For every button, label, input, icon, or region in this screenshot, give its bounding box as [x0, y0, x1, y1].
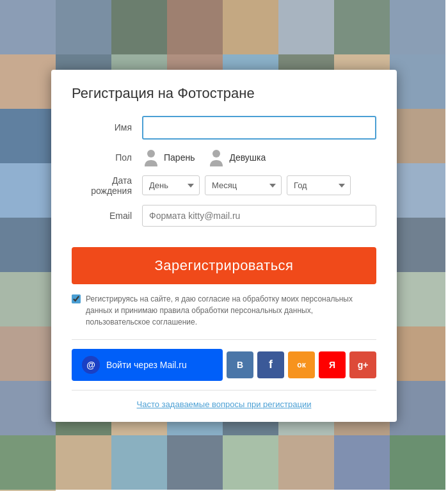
vk-icon: В: [237, 360, 243, 370]
consent-text: Регистрируясь на сайте, я даю согласие н…: [86, 293, 376, 328]
faq-link[interactable]: Часто задаваемые вопросы при регистрации: [72, 399, 376, 409]
svg-point-1: [212, 150, 220, 157]
ok-icon: ок: [297, 360, 305, 369]
yandex-login-button[interactable]: Я: [319, 351, 346, 378]
dob-year-select[interactable]: Год: [287, 175, 351, 195]
email-input[interactable]: [142, 205, 376, 227]
gender-group: Парень Девушка: [142, 149, 376, 166]
yandex-icon: Я: [329, 360, 335, 370]
bottom-divider: [72, 390, 376, 390]
name-row: Имя: [72, 116, 376, 140]
gender-row: Пол Парень Девушка: [72, 149, 376, 166]
gender-female-label: Девушка: [229, 152, 266, 163]
dob-day-select[interactable]: День: [142, 175, 200, 195]
email-row: Email: [72, 205, 376, 227]
facebook-login-button[interactable]: f: [257, 351, 284, 378]
gender-female-option[interactable]: Девушка: [207, 149, 266, 166]
dob-label: Датарождения: [72, 175, 142, 196]
dob-month-select[interactable]: Месяц: [205, 175, 282, 195]
dob-group: День Месяц Год: [142, 175, 376, 195]
mailru-icon: @: [82, 356, 100, 374]
register-button[interactable]: Зарегистрироваться: [72, 247, 376, 284]
registration-card: Регистрация на Фотостране Имя Пол Парень: [51, 70, 397, 422]
googleplus-login-button[interactable]: g+: [349, 351, 376, 378]
odnoklassniki-login-button[interactable]: ок: [288, 351, 315, 378]
page-title: Регистрация на Фотостране: [72, 85, 376, 102]
name-label: Имя: [72, 122, 142, 133]
female-icon: [207, 149, 225, 166]
gender-male-label: Парень: [164, 152, 195, 163]
name-input[interactable]: [142, 116, 376, 140]
vk-login-button[interactable]: В: [227, 351, 253, 378]
gender-male-option[interactable]: Парень: [142, 149, 195, 166]
name-field-container: [142, 116, 376, 140]
svg-point-0: [147, 150, 155, 157]
mailru-login-button[interactable]: @ Войти через Mail.ru: [72, 349, 223, 381]
email-field-container: [142, 205, 376, 227]
social-login-row: @ Войти через Mail.ru В f ок Я g+: [72, 349, 376, 381]
email-label: Email: [72, 211, 142, 221]
male-icon: [142, 149, 160, 166]
mailru-label: Войти через Mail.ru: [106, 360, 187, 370]
consent-checkbox[interactable]: [72, 294, 81, 303]
divider: [72, 339, 376, 340]
dob-row: Датарождения День Месяц Год: [72, 175, 376, 196]
facebook-icon: f: [269, 358, 273, 371]
consent-row: Регистрируясь на сайте, я даю согласие н…: [72, 293, 376, 328]
gplus-icon: g+: [358, 360, 369, 370]
gender-label: Пол: [72, 152, 142, 163]
